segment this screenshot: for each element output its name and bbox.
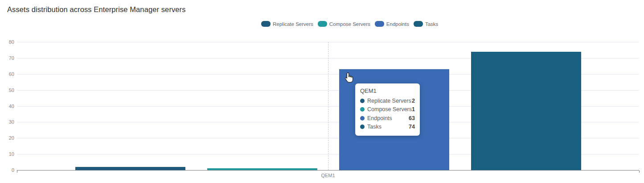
y-axis-tick-label: 60 — [1, 71, 14, 77]
tooltip-series-label: Endpoints — [367, 115, 409, 121]
tooltip-series-value: 74 — [409, 124, 415, 130]
hover-crosshair-line — [328, 42, 328, 170]
tooltip-title: QEM1 — [360, 87, 415, 94]
y-axis-tick-label: 40 — [1, 104, 14, 109]
tooltip-series-label: Compose Servers — [367, 106, 412, 112]
y-axis-tick-label: 50 — [1, 87, 14, 93]
y-axis-tick-label: 10 — [1, 151, 14, 157]
plot-area: 01020304050607080QEM1 — [0, 0, 644, 183]
x-axis-line — [17, 170, 639, 171]
y-axis-tick-label: 70 — [1, 55, 14, 61]
series-dot-icon — [360, 116, 365, 121]
tooltip-series-value: 2 — [412, 98, 415, 104]
tooltip-series-value: 63 — [409, 115, 415, 121]
tooltip-row: Compose Servers1 — [360, 105, 415, 114]
x-axis-category-label: QEM1 — [321, 173, 335, 178]
y-axis-tick-label: 80 — [1, 39, 14, 45]
y-axis-tick-label: 0 — [1, 167, 14, 173]
series-dot-icon — [360, 125, 365, 129]
tooltip-series-value: 1 — [412, 106, 415, 112]
x-axis-tick — [639, 171, 640, 173]
bar-replicate-servers[interactable] — [75, 167, 185, 170]
y-axis-tick-label: 20 — [1, 135, 14, 141]
hand-pointer-icon — [344, 72, 354, 84]
tooltip-row: Endpoints63 — [360, 114, 415, 123]
tooltip-series-label: Replicate Servers — [367, 98, 412, 104]
series-dot-icon — [360, 99, 365, 103]
y-axis-tick-label: 30 — [1, 119, 14, 125]
tooltip-row: Replicate Servers2 — [360, 96, 415, 105]
tooltip-series-label: Tasks — [367, 124, 409, 130]
series-dot-icon — [360, 107, 365, 112]
tooltip: QEM1 Replicate Servers2Compose Servers1E… — [355, 83, 420, 136]
bar-tasks[interactable] — [471, 52, 581, 170]
x-axis-tick — [17, 171, 17, 173]
tooltip-row: Tasks74 — [360, 123, 415, 132]
assets-distribution-chart-panel: Assets distribution across Enterprise Ma… — [0, 0, 644, 183]
